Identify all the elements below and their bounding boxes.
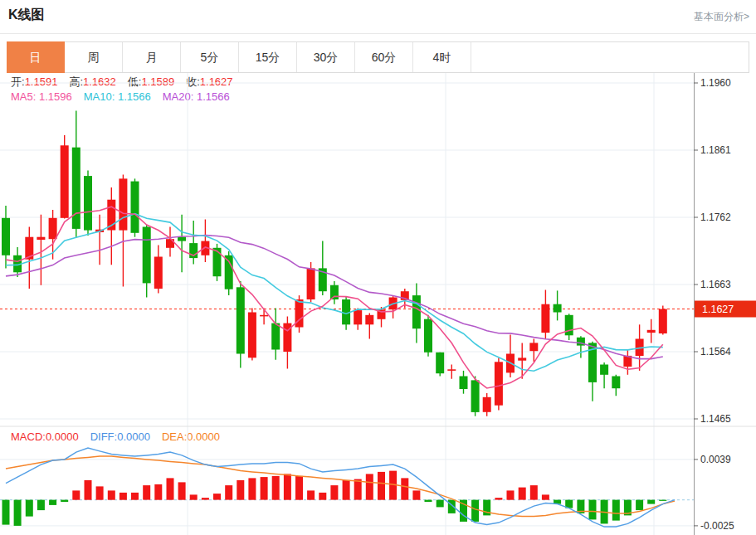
header-divider [0,33,756,34]
tab-week[interactable]: 周 [65,42,123,72]
dea-line [6,456,675,517]
svg-text:-0.0025: -0.0025 [700,520,734,532]
candles-layer [2,111,667,416]
tab-15min[interactable]: 15分 [239,42,297,72]
svg-text:1.1663: 1.1663 [700,279,731,290]
current-price-badge-label: 1.1627 [702,304,734,315]
svg-text:1.1960: 1.1960 [700,77,731,89]
period-tabbar: 日周月5分15分30分60分4时 [7,41,749,73]
tab-30min[interactable]: 30分 [297,42,355,72]
tab-4hour[interactable]: 4时 [413,42,471,72]
svg-text:0.0039: 0.0039 [700,454,731,465]
fundamental-analysis-link[interactable]: 基本面分析> [694,10,749,24]
tab-month[interactable]: 月 [123,42,181,72]
tab-60min[interactable]: 60分 [355,42,413,72]
tab-day[interactable]: 日 [7,41,65,73]
svg-text:1.1465: 1.1465 [700,413,731,425]
kline-chart-canvas[interactable]: 1.19601.18611.17621.16631.15641.14650.00… [0,73,756,535]
svg-text:1.1861: 1.1861 [700,144,731,156]
svg-text:1.1762: 1.1762 [700,212,731,223]
page-title: K线图 [8,7,45,24]
svg-text:1.1564: 1.1564 [700,346,731,357]
kline-widget: K线图 基本面分析> 日周月5分15分30分60分4时 开:1.1591高:1.… [0,0,756,535]
tab-5min[interactable]: 5分 [181,42,239,72]
current-price-badge: 1.1627 [695,301,756,318]
